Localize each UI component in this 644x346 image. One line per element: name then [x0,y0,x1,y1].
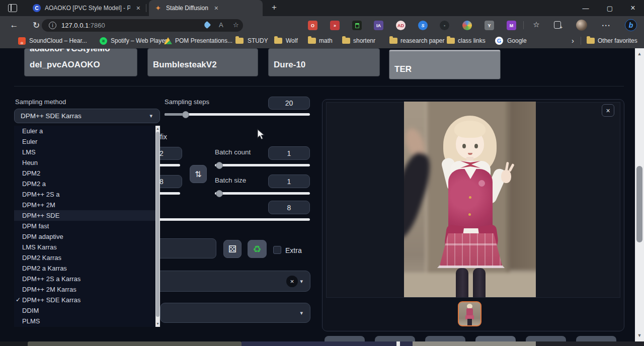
random-seed-button[interactable]: ⚄ [223,240,242,258]
bing-chat-icon[interactable]: b [625,19,637,31]
refresh-icon[interactable]: ↻ [30,20,42,31]
cfg-scale-slider[interactable] [151,218,310,221]
sampler-option-dpmpp-sde[interactable]: DPM++ SDE [14,210,155,221]
sampler-option-dpm2[interactable]: DPM2 [14,168,155,179]
close-preview-button[interactable]: × [602,104,614,117]
chevron-down-icon: ▾ [149,113,152,119]
page-scrollbar[interactable]: ▲ ▼ [635,48,644,341]
sampler-option-dpmpp-2m-karras[interactable]: DPM++ 2M Karras [14,284,155,295]
sampler-option-dpmpp-2s-a-karras[interactable]: DPM++ 2S a Karras [14,274,155,284]
bookmark-soundcloud[interactable]: SoundCloud – Hear... [29,37,87,44]
bookmark-spotify[interactable]: Spotify – Web Player [111,37,167,44]
scroll-down-icon[interactable]: ▼ [635,333,644,338]
tab-close-icon[interactable]: × [136,4,140,12]
batch-size-input[interactable]: 1 [268,175,310,188]
extension-m-icon[interactable]: M [507,21,516,30]
sampler-option-ddim[interactable]: DDIM [14,305,155,316]
result-thumbnail-selected[interactable] [458,301,481,326]
sampler-option-dpmpp-2s-a[interactable]: DPM++ 2S a [14,189,155,200]
sampler-option-dpmpp-sde-karras-selected[interactable]: ✓DPM++ SDE Karras [14,295,155,305]
read-aloud-icon[interactable]: A [219,21,223,29]
extension-y-icon[interactable]: Y [485,21,494,30]
sampler-option-dpm2-a[interactable]: DPM2 a [14,179,155,189]
model-card-dure10[interactable]: Dure-10 [268,48,380,76]
tab-stable-diffusion[interactable]: ✦ Stable Diffusion × [149,0,263,16]
batch-size-slider-thumb[interactable] [216,190,223,197]
seed-input[interactable] [151,238,216,258]
window-close-button[interactable]: × [622,0,644,16]
tab-civitai[interactable]: C AOAOKO [PVC Style Model] - PV × [28,0,145,16]
extension-trash-icon[interactable] [352,21,362,30]
reuse-seed-button[interactable]: ♻ [248,240,267,258]
swap-dimensions-button[interactable]: ⇅ [190,165,207,183]
sampling-steps-slider-thumb[interactable] [182,111,189,118]
scrollbar-thumb[interactable] [156,132,159,317]
workspaces-icon[interactable] [8,4,17,12]
toolbar-more-icon[interactable]: ⋯ [600,20,612,31]
favorite-star-icon[interactable]: ☆ [233,21,239,29]
extension-ad-icon[interactable]: AD [396,21,406,30]
bookmark-study[interactable]: STUDY [248,37,268,44]
model-card-ter[interactable]: TER [389,50,501,79]
folder-icon [587,38,595,44]
shopping-tag-icon[interactable] [203,21,211,29]
site-info-icon[interactable]: i [49,22,56,29]
sampler-option-heun[interactable]: Heun [14,157,155,168]
styles-dropdown[interactable]: × ▾ [151,271,310,292]
batch-size-slider[interactable] [215,192,310,195]
batch-count-slider-thumb[interactable] [216,162,223,169]
batch-count-input[interactable]: 1 [268,146,310,160]
back-icon[interactable]: ← [8,20,20,30]
extension-shazam-icon[interactable]: S [418,21,428,30]
clear-styles-button[interactable]: × [286,276,298,287]
sampler-option-dpm-adaptive[interactable]: DPM adaptive [14,231,155,242]
skirt-hem [437,266,505,268]
sampler-option-euler-a[interactable]: Euler a [14,126,155,136]
tab-strip: C AOAOKO [PVC Style Model] - PV × ✦ Stab… [0,0,644,16]
sampler-option-plms[interactable]: PLMS [14,316,155,326]
extension-fast-forward-icon[interactable]: » [330,21,340,30]
sampling-method-select[interactable]: DPM++ SDE Karras ▾ [14,109,160,123]
scroll-up-icon[interactable]: ▲ [635,51,644,56]
sampler-option-lms[interactable]: LMS [14,147,155,157]
bookmark-class-links[interactable]: class links [458,37,486,44]
window-maximize-button[interactable]: ▢ [599,0,621,16]
scroll-up-icon[interactable]: ▲ [155,127,160,130]
generated-image[interactable] [404,102,536,297]
batch-count-slider[interactable] [215,164,310,166]
scroll-down-icon[interactable]: ▼ [155,322,160,325]
extension-globe-icon[interactable] [462,21,472,30]
bookmark-wolf[interactable]: Wolf [286,37,298,44]
bookmark-shortenr[interactable]: shortenr [353,37,375,44]
favorites-bar-icon[interactable]: ☆ [530,20,542,29]
window-minimize-button[interactable]: — [575,0,597,16]
sampler-option-dpm2-karras[interactable]: DPM2 Karras [14,252,155,263]
sampler-option-dpmpp-2m[interactable]: DPM++ 2M [14,200,155,210]
bookmarks-overflow-chevron-icon[interactable]: › [572,36,574,45]
extra-seed-checkbox[interactable] [273,246,281,254]
extension-ia-icon[interactable]: IA [374,21,383,30]
page-scrollbar-thumb[interactable] [636,166,642,242]
sampler-option-dpm-fast[interactable]: DPM fast [14,221,155,231]
bookmark-math[interactable]: math [319,37,333,44]
bookmark-google[interactable]: Google [507,37,527,44]
extension-o-icon[interactable]: O [308,21,317,30]
cfg-scale-input[interactable]: 8 [268,201,310,214]
bookmark-pom-presentations[interactable]: POM Presentations... [175,37,232,44]
new-tab-button[interactable]: + [268,3,280,14]
bookmark-reasearch-paper[interactable]: reasearch paper [400,37,444,44]
bookmark-other-favorites[interactable]: Other favorites [598,37,637,44]
sampler-list-scrollbar[interactable]: ▲ ▼ [155,126,160,327]
sampler-option-lms-karras[interactable]: LMS Karras [14,242,155,252]
profile-avatar[interactable] [576,20,587,31]
sampler-option-dpm2-a-karras[interactable]: DPM2 a Karras [14,263,155,274]
script-dropdown[interactable]: ▾ [160,303,310,323]
extension-pin-icon[interactable]: ◦ [440,21,449,30]
address-bar[interactable]: i 127.0.0.1 :7860 A ☆ [42,19,243,32]
model-card-bumblesteak[interactable]: BumblesteakV2 [147,48,258,76]
collections-icon[interactable]: + [554,21,561,29]
tab-close-icon[interactable]: × [214,4,218,12]
sampling-steps-input[interactable]: 20 [268,97,310,110]
sampler-option-euler[interactable]: Euler [14,136,155,147]
model-card-aoaoko[interactable]: aoaokoPVCStyleMo del_pvcAOAOKO [24,48,137,76]
